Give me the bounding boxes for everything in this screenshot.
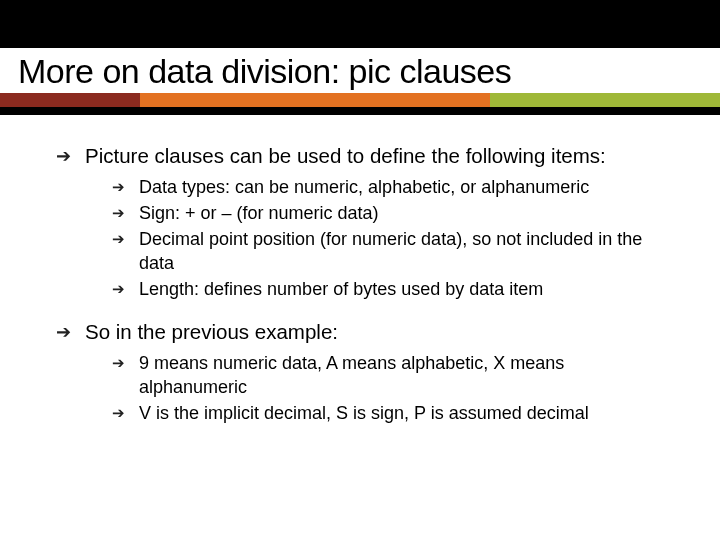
bullet-text: 9 means numeric data, A means alphabetic… (139, 351, 664, 399)
bullet-text: Decimal point position (for numeric data… (139, 227, 664, 275)
bullet-text: Data types: can be numeric, alphabetic, … (139, 175, 589, 199)
bullet-text: V is the implicit decimal, S is sign, P … (139, 401, 589, 425)
bullet-text: Picture clauses can be used to define th… (85, 143, 606, 169)
bullet-level2: ➔ V is the implicit decimal, S is sign, … (112, 401, 664, 425)
bullet-text: Length: defines number of bytes used by … (139, 277, 543, 301)
accent-segment-orange (140, 93, 490, 107)
slide-header: More on data division: pic clauses (0, 0, 720, 115)
arrow-icon: ➔ (112, 277, 125, 301)
arrow-icon: ➔ (56, 143, 71, 169)
title-row: More on data division: pic clauses (0, 48, 720, 93)
arrow-icon: ➔ (112, 351, 125, 375)
accent-segment-red (0, 93, 140, 107)
bullet-level1: ➔ So in the previous example: (56, 319, 664, 345)
arrow-icon: ➔ (112, 227, 125, 251)
sublist: ➔ 9 means numeric data, A means alphabet… (112, 351, 664, 425)
slide-title: More on data division: pic clauses (18, 52, 702, 91)
bullet-level2: ➔ Sign: + or – (for numeric data) (112, 201, 664, 225)
sublist: ➔ Data types: can be numeric, alphabetic… (112, 175, 664, 301)
bullet-level2: ➔ Decimal point position (for numeric da… (112, 227, 664, 275)
bullet-level2: ➔ 9 means numeric data, A means alphabet… (112, 351, 664, 399)
bullet-text: So in the previous example: (85, 319, 338, 345)
accent-stripe (0, 93, 720, 107)
slide-body: ➔ Picture clauses can be used to define … (0, 115, 720, 425)
arrow-icon: ➔ (56, 319, 71, 345)
arrow-icon: ➔ (112, 201, 125, 225)
arrow-icon: ➔ (112, 401, 125, 425)
header-black-bar-bottom (0, 107, 720, 115)
bullet-level1: ➔ Picture clauses can be used to define … (56, 143, 664, 169)
bullet-text: Sign: + or – (for numeric data) (139, 201, 379, 225)
bullet-level2: ➔ Length: defines number of bytes used b… (112, 277, 664, 301)
arrow-icon: ➔ (112, 175, 125, 199)
accent-segment-green (490, 93, 720, 107)
bullet-level2: ➔ Data types: can be numeric, alphabetic… (112, 175, 664, 199)
header-black-bar-top (0, 0, 720, 48)
